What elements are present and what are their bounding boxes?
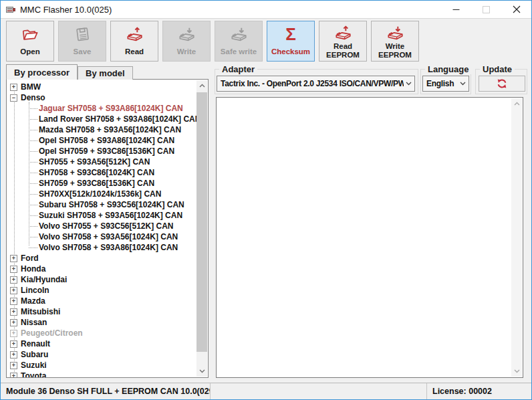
tree-node[interactable]: Opel SH7059 + S93C86[1536K] CAN <box>7 146 196 157</box>
app-window: MMC Flasher 10.0(025) Open <box>0 0 532 400</box>
read-button-label: Read <box>124 44 144 61</box>
adapter-select[interactable]: Tactrix Inc. - OpenPort 2.0 J2534 ISO/CA… <box>217 76 415 92</box>
tree-node-label: Subaru <box>21 350 48 359</box>
tree-node[interactable]: +Nissan <box>7 317 196 328</box>
tree-node-label: Subaru SH7058 + S93C56[1024K] CAN <box>39 200 184 209</box>
tab-by-model[interactable]: By model <box>78 66 133 80</box>
open-button[interactable]: Open <box>6 21 54 62</box>
tree-connector <box>29 194 37 195</box>
expand-toggle-icon[interactable]: + <box>10 319 17 326</box>
expand-toggle-icon[interactable]: + <box>10 362 17 369</box>
tree-node[interactable]: +Mitsubishi <box>7 306 196 317</box>
write-eeprom-button[interactable]: Write EEPROM <box>371 21 419 62</box>
tree-node-label: Nissan <box>21 318 47 327</box>
output-text-area[interactable] <box>216 97 523 378</box>
tree-node[interactable]: Suzuki SH7058 + S93A56[1024K] CAN <box>7 210 196 221</box>
tree-connector <box>29 119 37 120</box>
chip-arrow-up-icon <box>334 24 352 42</box>
tree-node[interactable]: +Lincoln <box>7 285 196 296</box>
read-button[interactable]: Read <box>110 21 158 62</box>
expand-toggle-icon[interactable]: + <box>10 276 17 284</box>
tree-node[interactable]: +Subaru <box>7 349 196 360</box>
tree-node[interactable]: SH7058 + S93C86[1024K] CAN <box>7 167 196 178</box>
tree-node[interactable]: Subaru SH7058 + S93C56[1024K] CAN <box>7 199 196 210</box>
scrollbar-thumb[interactable] <box>196 92 207 352</box>
tab-by-processor[interactable]: By processor <box>6 64 78 80</box>
tree-node[interactable]: Opel SH7058 + S93A86[1024K] CAN <box>7 135 196 146</box>
tree-node-label: Toyota <box>21 371 46 378</box>
language-select[interactable]: English <box>422 76 469 92</box>
tree-node[interactable]: SH7055 + S93A56[512K] CAN <box>7 157 196 167</box>
tree-node[interactable]: +Kia/Hyundai <box>7 274 196 285</box>
adapter-selected-value: Tactrix Inc. - OpenPort 2.0 J2534 ISO/CA… <box>221 79 404 88</box>
expand-toggle-icon[interactable]: + <box>10 330 17 337</box>
expand-toggle-icon[interactable]: + <box>10 373 17 379</box>
tree-connector <box>29 226 37 227</box>
left-tab-strip: By processor By model <box>6 64 133 80</box>
chip-arrow-up-icon <box>125 24 144 44</box>
tree-connector <box>29 130 37 130</box>
tree-node[interactable]: +Honda <box>7 264 196 274</box>
tree-connector <box>29 247 37 248</box>
scroll-up-icon[interactable] <box>511 98 522 109</box>
expand-toggle-icon[interactable]: + <box>10 298 17 305</box>
expand-toggle-icon[interactable]: + <box>10 351 17 359</box>
output-scrollbar[interactable] <box>511 98 522 377</box>
save-button[interactable]: Save <box>58 21 106 62</box>
tree: +BMW−DensoJaguar SH7058 + S93A86[1024K] … <box>7 82 196 378</box>
collapse-toggle-icon[interactable]: − <box>10 94 17 102</box>
expand-toggle-icon[interactable]: + <box>10 266 17 273</box>
scroll-down-icon[interactable] <box>196 366 207 377</box>
tree-connector <box>29 183 37 184</box>
tree-node[interactable]: SH70XX[512k/1024k/1536k] CAN <box>7 189 196 199</box>
tree-node[interactable]: Volvo SH7055 + S93C56[512K] CAN <box>7 221 196 231</box>
adapter-label: Adapter <box>219 64 257 74</box>
read-eeprom-button[interactable]: Read EEPROM <box>319 21 367 62</box>
minimize-button[interactable] <box>441 1 471 18</box>
tree-node[interactable]: +Mazda <box>7 296 196 306</box>
tree-node[interactable]: Volvo SH7058 + S93A86[1024K] CAN <box>7 242 196 253</box>
tree-node[interactable]: +Toyota <box>7 371 196 378</box>
close-button[interactable] <box>501 1 531 18</box>
maximize-button[interactable] <box>471 1 501 18</box>
status-license-text: License: 00002 <box>427 383 531 399</box>
write-button[interactable]: Write <box>162 21 211 62</box>
scroll-down-icon[interactable] <box>511 366 522 377</box>
expand-toggle-icon[interactable]: + <box>10 84 17 91</box>
checksum-button-label: Checksum <box>271 44 311 61</box>
tree-node[interactable]: +Ford <box>7 253 196 264</box>
tree-node-label: Ford <box>21 254 39 263</box>
update-label: Update <box>480 64 515 74</box>
expand-toggle-icon[interactable]: + <box>10 255 17 262</box>
tree-node[interactable]: Mazda SH7058 + S93A56[1024K] CAN <box>7 124 196 135</box>
read-eeprom-button-label: Read EEPROM <box>319 42 366 61</box>
checksum-button[interactable]: Σ Checksum <box>267 21 315 62</box>
expand-toggle-icon[interactable]: + <box>10 308 17 316</box>
tree-node-label: SH7059 + S93C86[1536K] CAN <box>39 179 154 188</box>
scroll-up-icon[interactable] <box>196 80 207 91</box>
tree-node-label: Suzuki <box>21 361 47 370</box>
toolbar: Open Save <box>1 19 531 64</box>
tree-node[interactable]: −Denso <box>7 92 196 103</box>
tree-node[interactable]: Land Rover SH7058 + S93A86[1024K] CAN <box>7 114 196 124</box>
expand-toggle-icon[interactable]: + <box>10 340 17 348</box>
tree-node-label: Volvo SH7055 + S93C56[512K] CAN <box>39 221 174 231</box>
tree-node[interactable]: SH7059 + S93C86[1536K] CAN <box>7 178 196 189</box>
tree-connector <box>29 205 37 205</box>
tree-node[interactable]: +BMW <box>7 82 196 92</box>
tree-scrollbar[interactable] <box>196 80 207 377</box>
tree-connector <box>29 151 37 152</box>
tree-node-label: Denso <box>21 93 45 102</box>
expand-toggle-icon[interactable]: + <box>10 287 17 294</box>
tree-node[interactable]: +Renault <box>7 338 196 349</box>
update-button[interactable] <box>479 76 525 92</box>
tree-node[interactable]: Jaguar SH7058 + S93A86[1024K] CAN <box>7 103 196 114</box>
safe-write-button[interactable]: Safe write <box>215 21 263 62</box>
tree-node[interactable]: +Suzuki <box>7 360 196 371</box>
tree-node[interactable]: Volvo SH7058 + S93A56[1024K] CAN <box>7 231 196 242</box>
update-group: Update <box>475 69 527 94</box>
app-icon <box>5 4 16 15</box>
tree-node-label: Kia/Hyundai <box>21 275 67 284</box>
adapter-group: Adapter Tactrix Inc. - OpenPort 2.0 J253… <box>215 69 418 94</box>
tree-node[interactable]: +Peugeot/Citroen <box>7 328 196 338</box>
